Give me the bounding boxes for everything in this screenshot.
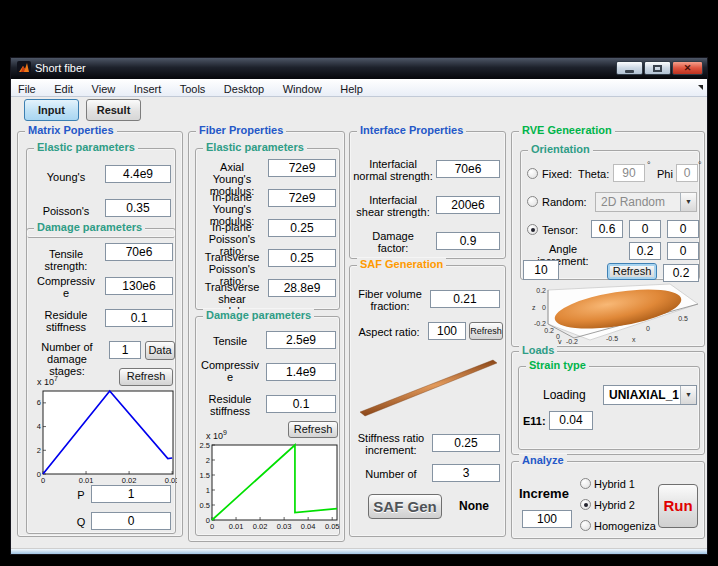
hybrid2-radio[interactable]	[580, 499, 591, 510]
interfacial-shear-strength-field[interactable]: 200e6	[436, 196, 500, 214]
tensor-a12-field[interactable]: 0	[629, 220, 661, 238]
e11-label: E11:	[523, 415, 549, 427]
matrix-damage-title: Damage parameters	[34, 221, 145, 233]
fiber-properties-panel: Fiber Properties Elastic parameters Axia…	[188, 131, 345, 542]
tab-input[interactable]: Input	[24, 99, 79, 121]
minimize-icon	[625, 70, 634, 73]
interfacial-normal-strength-label: Interfacial normal strength:	[352, 158, 434, 182]
damage-factor-field[interactable]: 0.9	[436, 232, 500, 250]
matrix-youngs-field[interactable]: 4.4e9	[105, 165, 171, 183]
fiber-volume-fraction-field[interactable]: 0.21	[430, 290, 500, 308]
tensor-label: Tensor:	[542, 224, 584, 236]
stiffness-ratio-increment-field[interactable]: 0.25	[432, 434, 500, 452]
saf-status-text: None	[452, 500, 496, 512]
saf-number-field[interactable]: 3	[432, 464, 500, 482]
run-button[interactable]: Run	[658, 484, 698, 528]
q-field[interactable]: 0	[91, 512, 171, 530]
matrix-data-button[interactable]: Data	[145, 341, 175, 360]
matlab-app-icon	[17, 61, 31, 75]
svg-text:0.05: 0.05	[325, 522, 340, 531]
fiber-inplane-poissons-field[interactable]: 0.25	[268, 219, 336, 237]
fiber-tensile-field[interactable]: 2.5e9	[266, 331, 336, 349]
tensor-radio[interactable]	[527, 224, 538, 235]
maximize-button[interactable]	[644, 61, 671, 75]
fiber-panel-title: Fiber Properties	[196, 124, 286, 136]
matrix-stages-field[interactable]: 1	[109, 341, 141, 359]
menu-insert[interactable]: Insert	[127, 81, 169, 95]
rve-ellipsoid-plot: 0.2 0 -0.2 z 0.2 0 -0.2 y -0.5 0 0.5 x	[520, 282, 698, 344]
menu-file[interactable]: File	[11, 81, 43, 95]
tab-result[interactable]: Result	[86, 99, 141, 121]
fiber-elastic-title: Elastic parameters	[203, 141, 307, 153]
aspect-ratio-field[interactable]: 100	[428, 322, 466, 340]
svg-text:1: 1	[206, 486, 210, 495]
random-dropdown[interactable]: 2D Random▼	[595, 192, 697, 212]
matrix-compressive-field[interactable]: 130e6	[105, 277, 173, 295]
tensor-a22-field[interactable]: 0.2	[629, 242, 661, 260]
menu-window[interactable]: Window	[276, 81, 329, 95]
svg-text:0.2: 0.2	[536, 287, 546, 294]
svg-text:0.01: 0.01	[229, 522, 244, 531]
fiber-transverse-poissons-field[interactable]: 0.25	[268, 249, 336, 267]
fiber-damage-title: Damage parameters	[203, 309, 314, 321]
window-bottom-edge	[11, 548, 707, 554]
fiber-inplane-youngs-field[interactable]: 72e9	[268, 189, 336, 207]
svg-text:0.5: 0.5	[678, 315, 688, 322]
phi-label: Phi	[657, 168, 677, 180]
fiber-residule-field[interactable]: 0.1	[266, 395, 336, 413]
close-button[interactable]: ✕	[672, 61, 703, 75]
e11-field[interactable]: 0.04	[549, 411, 593, 430]
svg-text:0: 0	[646, 325, 650, 332]
damage-factor-label: Damage factor:	[352, 230, 434, 254]
phi-field[interactable]: 0	[676, 164, 698, 182]
svg-text:0.02: 0.02	[253, 522, 268, 531]
svg-text:1.5: 1.5	[200, 471, 210, 480]
menu-edit[interactable]: Edit	[47, 81, 80, 95]
matrix-tensile-field[interactable]: 70e6	[105, 243, 173, 261]
interfacial-normal-strength-field[interactable]: 70e6	[436, 160, 500, 178]
loading-label: Loading	[543, 389, 597, 401]
fiber-axial-youngs-field[interactable]: 72e9	[268, 159, 336, 177]
theta-field[interactable]: 90	[613, 164, 645, 182]
menu-view[interactable]: View	[85, 81, 123, 95]
saf-gen-button[interactable]: SAF Gen	[368, 494, 442, 519]
svg-text:0: 0	[206, 516, 210, 525]
app-window: Short fiber ✕ File Edit View Insert Tool…	[10, 57, 708, 555]
random-radio[interactable]	[527, 196, 538, 207]
random-label: Random:	[542, 196, 592, 208]
aspect-ratio-label: Aspect ratio:	[352, 326, 426, 338]
hybrid1-radio[interactable]	[580, 478, 591, 489]
orientation-title: Orientation	[528, 143, 593, 155]
rve-generation-panel: RVE Geneeration Orientation Fixed: Theta…	[511, 131, 705, 347]
menu-desktop[interactable]: Desktop	[217, 81, 271, 95]
loads-panel-title: Loads	[519, 344, 557, 356]
analyze-panel-title: Analyze	[519, 454, 567, 466]
hybrid1-label: Hybrid 1	[594, 478, 654, 490]
svg-text:0.2: 0.2	[544, 327, 554, 334]
menu-bar: File Edit View Insert Tools Desktop Wind…	[11, 79, 707, 97]
menu-help[interactable]: Help	[333, 81, 370, 95]
tensor-a23-field[interactable]: 0	[667, 242, 699, 260]
matrix-poissons-field[interactable]: 0.35	[105, 199, 171, 217]
minimize-button[interactable]	[616, 61, 643, 75]
dock-arrow-icon[interactable]	[698, 85, 703, 90]
svg-text:4: 4	[37, 422, 41, 431]
aspect-refresh-button[interactable]: Refresh	[469, 322, 503, 340]
menu-tools[interactable]: Tools	[173, 81, 213, 95]
increment-field[interactable]: 100	[522, 510, 572, 528]
matrix-residule-field[interactable]: 0.1	[105, 309, 173, 327]
analyze-panel: Analyze Increme 100 Hybrid 1 Hybrid 2 Ho…	[511, 461, 705, 539]
loading-dropdown[interactable]: UNIAXIAL_1▼	[603, 385, 697, 405]
p-field[interactable]: 1	[91, 485, 171, 503]
angle-increment-field[interactable]: 10	[523, 260, 559, 280]
homogenization-radio[interactable]	[580, 520, 591, 531]
tensor-a13-field[interactable]: 0	[667, 220, 699, 238]
title-bar[interactable]: Short fiber ✕	[11, 58, 707, 79]
tensor-a33-field[interactable]: 0.2	[663, 264, 699, 282]
tensor-a11-field[interactable]: 0.6	[591, 220, 623, 238]
fixed-radio[interactable]	[527, 168, 538, 179]
fiber-compressive-field[interactable]: 1.4e9	[266, 363, 336, 381]
rve-refresh-button[interactable]: Refresh	[607, 263, 657, 280]
increment-label: Increme	[519, 488, 579, 500]
fiber-transverse-shear-field[interactable]: 28.8e9	[268, 279, 336, 297]
